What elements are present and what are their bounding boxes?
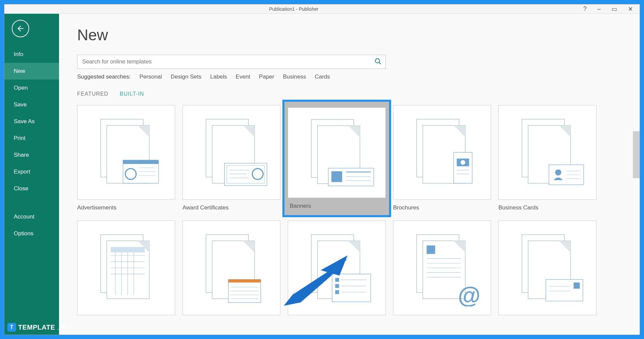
window-controls: ? – ▭ ✕ [583,5,640,13]
nav-save[interactable]: Save [4,96,59,113]
nav-separator [4,197,59,208]
nav-close[interactable]: Close [4,180,59,197]
svg-rect-71 [335,290,339,294]
svg-rect-14 [224,163,267,186]
nav-share[interactable]: Share [4,147,59,163]
watermark-suffix: .NET [57,324,73,331]
template-calendars[interactable] [77,221,175,315]
back-button[interactable] [12,20,29,37]
template-award-certificates[interactable]: Award Certificates [182,105,280,211]
svg-rect-78 [427,245,435,254]
nav-open[interactable]: Open [4,80,59,96]
template-label: Business Cards [498,204,596,211]
page-title: New [77,26,622,44]
template-catalogs[interactable] [182,221,280,315]
main-content: New Suggested searches: Personal Design … [59,14,640,335]
template-thumb [288,221,386,315]
svg-rect-60 [228,280,261,283]
scrollbar-thumb[interactable] [633,131,640,178]
watermark: T TEMPLATE.NET [7,323,73,332]
tab-featured[interactable]: FEATURED [77,91,108,97]
template-envelopes[interactable]: @ [393,221,491,315]
svg-rect-89 [574,283,580,289]
nav-new[interactable]: New [4,63,59,80]
document-icon [193,229,270,306]
svg-point-0 [375,59,380,63]
template-brochures[interactable]: Brochures [393,105,491,211]
backstage-sidebar: Info New Open Save Save As Print Share E… [4,14,59,335]
template-thumb [77,221,175,315]
template-label: Award Certificates [182,204,280,211]
document-icon [404,114,481,191]
restore-icon[interactable]: ▭ [611,5,617,13]
template-label: Banners [290,203,311,209]
suggested-row: Suggested searches: Personal Design Sets… [77,74,622,80]
template-grid: Advertisements [77,105,622,315]
svg-line-1 [379,62,381,64]
selection-highlight: Banners [282,100,391,217]
nav-account[interactable]: Account [4,208,59,225]
template-thumb: @ [393,221,491,315]
search-icon[interactable] [374,58,382,66]
suggested-label: Suggested searches: [77,74,131,80]
search-wrap [77,55,386,69]
suggested-paper[interactable]: Paper [259,74,274,80]
window-title: Publication1 - Publisher [4,6,583,12]
template-advertisements[interactable]: Advertisements [77,105,175,211]
svg-rect-69 [335,278,339,282]
template-thumb [393,105,491,200]
search-input[interactable] [77,55,386,69]
document-icon: @ [404,229,481,306]
nav-print[interactable]: Print [4,130,59,147]
svg-point-33 [461,160,465,165]
close-icon[interactable]: ✕ [628,5,633,13]
nav-info[interactable]: Info [4,46,59,63]
svg-rect-70 [335,284,339,288]
help-icon[interactable]: ? [583,5,587,13]
template-flyers[interactable] [498,221,596,315]
document-icon [509,229,586,306]
template-thumb [288,107,386,198]
svg-rect-47 [111,247,145,252]
svg-point-40 [555,170,561,176]
body: Info New Open Save Save As Print Share E… [4,14,640,335]
template-thumb [498,105,596,200]
template-banners[interactable]: Banners [288,105,386,211]
template-thumb [498,221,596,315]
document-icon [193,114,270,191]
template-label: Advertisements [77,204,175,211]
template-emails[interactable] [288,221,386,315]
nav-save-as[interactable]: Save As [4,113,59,130]
minimize-icon[interactable]: – [597,5,601,13]
svg-rect-24 [331,171,342,182]
arrow-left-icon [16,24,25,33]
document-icon [298,229,375,306]
titlebar: Publication1 - Publisher ? – ▭ ✕ [4,4,640,14]
document-icon [88,114,165,191]
nav-options[interactable]: Options [4,225,59,242]
svg-rect-6 [123,160,159,164]
svg-rect-31 [454,152,472,183]
template-thumb [182,221,280,315]
suggested-event[interactable]: Event [236,74,250,80]
app-window: Publication1 - Publisher ? – ▭ ✕ Sign in… [4,4,640,335]
template-thumb [77,105,175,200]
watermark-brand: TEMPLATE [18,324,55,331]
watermark-icon: T [7,323,16,332]
svg-text:@: @ [458,283,480,306]
tabs: FEATURED BUILT-IN [77,91,622,97]
template-business-cards[interactable]: Business Cards [498,105,596,211]
tab-built-in[interactable]: BUILT-IN [120,91,144,97]
document-icon [509,114,586,191]
nav-export[interactable]: Export [4,163,59,180]
document-icon [298,114,375,191]
suggested-personal[interactable]: Personal [140,74,162,80]
suggested-cards[interactable]: Cards [315,74,330,80]
suggested-design-sets[interactable]: Design Sets [171,74,202,80]
template-label: Brochures [393,204,491,211]
suggested-labels[interactable]: Labels [210,74,227,80]
suggested-business[interactable]: Business [283,74,306,80]
document-icon [88,229,165,306]
template-thumb [182,105,280,200]
